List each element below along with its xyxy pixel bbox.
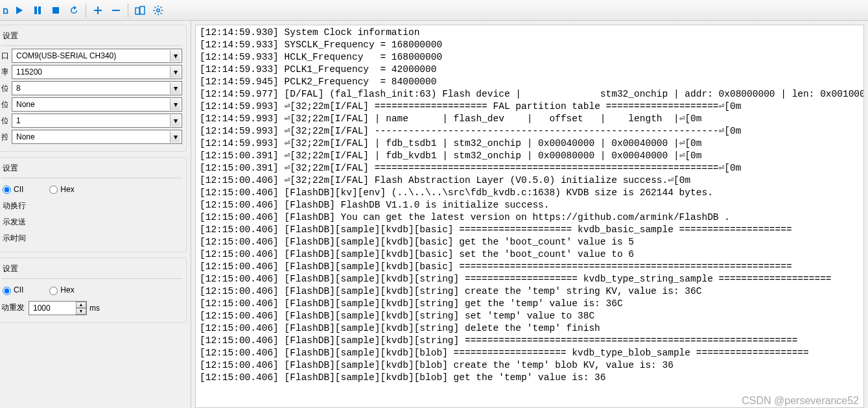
svg-marker-0 [16,6,23,14]
send-hex-radio[interactable]: Hex [49,285,74,294]
svg-line-14 [155,6,156,8]
showtime-check[interactable]: 示时间 [3,234,26,243]
port-settings-group: 设置 口 COM9(USB-SERIAL CH340)▾ 率 115200▾ 位… [0,25,187,152]
baud-combo[interactable]: 115200▾ [12,65,182,79]
send-settings-group: 设置 CII Hex 动重发 ▲▼ ms [0,258,187,322]
group-title: 设置 [1,261,182,279]
plus-button[interactable] [89,2,106,19]
svg-line-16 [155,12,156,14]
svg-line-15 [161,12,162,14]
resend-label: 动重发 [1,302,25,313]
logo-fragment: ם [3,5,8,16]
group-title: 设置 [1,160,182,178]
chevron-down-icon: ▾ [170,82,180,94]
svg-rect-2 [38,6,41,14]
settings-button[interactable] [150,2,167,19]
port-value: COM9(USB-SERIAL CH340) [16,51,116,60]
svg-rect-8 [140,6,145,14]
chevron-down-icon: ▾ [170,115,180,126]
baud-label: 率 [1,67,8,78]
showsend-check[interactable]: 示发送 [3,217,26,226]
pause-button[interactable] [29,2,46,19]
svg-line-17 [161,6,162,8]
svg-rect-7 [135,8,139,14]
flow-combo[interactable]: None▾ [12,130,182,144]
send-ascii-radio[interactable]: CII [3,285,23,294]
svg-rect-3 [53,7,59,14]
flow-value: None [16,132,35,141]
minus-button[interactable] [108,2,124,19]
group-title: 设置 [1,28,182,46]
chevron-down-icon: ▾ [170,50,180,62]
parity-combo[interactable]: None▾ [12,97,182,112]
resend-unit: ms [89,304,100,313]
chevron-down-icon: ▾ [170,99,180,110]
windows-button[interactable] [132,2,148,19]
left-panel: 设置 口 COM9(USB-SERIAL CH340)▾ 率 115200▾ 位… [0,21,191,408]
toolbar: ם [0,0,868,21]
svg-point-9 [157,8,159,11]
stopbits-combo[interactable]: 1▾ [12,114,182,128]
restart-button[interactable] [65,2,82,19]
port-combo[interactable]: COM9(USB-SERIAL CH340)▾ [12,49,182,63]
chevron-down-icon: ▾ [170,66,180,78]
log-console[interactable]: [12:14:59.930] System Clock information … [195,25,864,408]
parity-label: 位 [1,99,8,110]
databits-value: 8 [16,84,21,93]
spin-up-icon[interactable]: ▲ [76,302,86,308]
autowrap-check[interactable]: 动换行 [3,201,26,210]
svg-rect-5 [94,10,102,11]
recv-ascii-radio[interactable]: CII [3,185,23,194]
stopbits-value: 1 [16,116,21,125]
recv-hex-radio[interactable]: Hex [49,185,74,194]
chevron-down-icon: ▾ [170,131,180,143]
svg-rect-1 [34,6,37,14]
stop-button[interactable] [47,2,64,19]
svg-rect-6 [112,10,120,11]
parity-value: None [16,100,35,109]
baud-value: 115200 [16,67,42,77]
databits-combo[interactable]: 8▾ [12,81,182,95]
spin-down-icon[interactable]: ▼ [76,308,86,315]
port-label: 口 [1,51,8,62]
stopbits-label: 位 [1,115,8,126]
flow-label: 控 [1,132,8,143]
play-button[interactable] [11,2,28,19]
recv-settings-group: 设置 CII Hex 动换行 示发送 示时间 [0,157,187,252]
databits-label: 位 [1,83,8,94]
